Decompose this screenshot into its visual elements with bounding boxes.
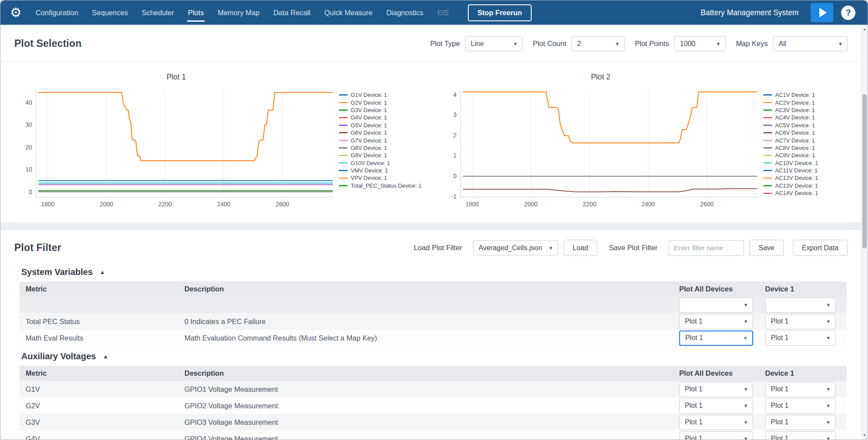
math-eval-results-device1-select[interactable]: Plot 1▼ <box>765 331 835 346</box>
chevron-down-icon: ▼ <box>513 41 518 46</box>
load-button[interactable]: Load <box>564 240 598 256</box>
g2v-all-devices-select[interactable]: Plot 1▼ <box>679 398 753 414</box>
plot-controls: Plot TypeLine▼Plot Count2▼Plot Points100… <box>430 36 848 51</box>
section-heading-system-variables[interactable]: System Variables▲ <box>21 267 868 277</box>
collapse-icon: ▲ <box>100 269 105 275</box>
legend-swatch <box>339 155 348 156</box>
g2v-all-devices-select-value: Plot 1 <box>685 402 703 410</box>
nav-item-sequences[interactable]: Sequences <box>85 0 135 25</box>
cell-device1: Plot 1▼ <box>765 398 847 414</box>
math-eval-results-all-devices-select[interactable]: Plot 1▼ <box>679 331 753 346</box>
g3v-device1-select[interactable]: Plot 1▼ <box>765 415 835 430</box>
legend-item-ac1v-device-1[interactable]: AC1V Device: 1 <box>763 91 856 99</box>
nav-item-memory-map[interactable]: Memory Map <box>211 0 266 25</box>
legend-item-ac7v-device-1[interactable]: AC7V Device: 1 <box>763 136 856 144</box>
legend-item-ac5v-device-1[interactable]: AC5V Device: 1 <box>763 122 856 129</box>
math-eval-results-all-devices-select-value: Plot 1 <box>685 334 703 342</box>
plot-count-select[interactable]: 2▼ <box>572 36 625 51</box>
filter-device1-select[interactable]: ▼ <box>765 298 835 313</box>
legend-item-g3v-device-1[interactable]: G3V Device: 1 <box>339 106 432 114</box>
column-header-metric: Metric <box>20 369 178 377</box>
legend-item-g10v-device-1[interactable]: G10V Device: 1 <box>339 159 432 167</box>
scroll-down-arrow[interactable]: ▼ <box>861 432 868 439</box>
legend-item-ac4v-device-1[interactable]: AC4V Device: 1 <box>763 114 856 121</box>
load-filter-select[interactable]: Averaged_Cells.json ▼ <box>473 240 558 255</box>
legend-item-ac2v-device-1[interactable]: AC2V Device: 1 <box>763 99 856 106</box>
x-tick-label: 2000 <box>524 201 538 208</box>
legend-label: AC4V Device: 1 <box>775 114 815 121</box>
g3v-all-devices-select[interactable]: Plot 1▼ <box>679 415 753 430</box>
play-button[interactable] <box>811 3 833 22</box>
nav-item-eis[interactable]: EIS <box>430 0 456 25</box>
nav-items: ConfigurationSequencesSchedulerPlotsMemo… <box>29 0 456 25</box>
vertical-scrollbar[interactable]: ▲ ▼ <box>861 25 868 440</box>
g4v-device1-select[interactable]: Plot 1▼ <box>765 431 835 440</box>
legend-item-g4v-device-1[interactable]: G4V Device: 1 <box>339 114 432 121</box>
map-keys-select[interactable]: All▼ <box>773 36 848 51</box>
legend-swatch <box>339 117 348 119</box>
scroll-up-arrow[interactable]: ▲ <box>861 26 868 33</box>
nav-item-plots[interactable]: Plots <box>181 0 211 25</box>
total-pec-status-device1-select[interactable]: Plot 1▼ <box>765 314 835 329</box>
top-nav: ⚙ ConfigurationSequencesSchedulerPlotsMe… <box>0 0 868 25</box>
legend-item-ac6v-device-1[interactable]: AC6V Device: 1 <box>763 129 856 136</box>
legend-label: G4V Device: 1 <box>351 114 387 121</box>
legend-item-ac11v-device-1[interactable]: AC11V Device: 1 <box>763 167 856 174</box>
stop-freerun-button[interactable]: Stop Freerun <box>468 4 532 21</box>
total-pec-status-all-devices-select[interactable]: Plot 1▼ <box>679 314 753 329</box>
g4v-all-devices-select-value: Plot 1 <box>685 435 703 440</box>
chart-title-2: Plot 2 <box>440 73 762 82</box>
g2v-device1-select[interactable]: Plot 1▼ <box>765 398 835 414</box>
legend-item-g9v-device-1[interactable]: G9V Device: 1 <box>339 152 432 159</box>
legend-swatch <box>339 102 348 103</box>
scrollbar-thumb[interactable] <box>862 94 867 248</box>
legend-item-g7v-device-1[interactable]: G7V Device: 1 <box>339 136 432 144</box>
legend-item-g8v-device-1[interactable]: G8V Device: 1 <box>339 144 432 152</box>
legend-item-g5v-device-1[interactable]: G5V Device: 1 <box>339 122 432 129</box>
legend-label: AC6V Device: 1 <box>775 129 815 136</box>
x-tick-label: 1800 <box>41 201 54 208</box>
legend-item-vmv-device-1[interactable]: VMV Device: 1 <box>339 167 432 174</box>
load-filter-select-value: Averaged_Cells.json <box>479 244 542 252</box>
nav-item-quick-measure[interactable]: Quick Measure <box>317 0 379 25</box>
legend-label: AC3V Device: 1 <box>775 107 815 113</box>
g4v-all-devices-select[interactable]: Plot 1▼ <box>679 431 753 440</box>
nav-item-diagnostics[interactable]: Diagnostics <box>379 0 430 25</box>
filter-all-devices-select-value <box>685 301 687 309</box>
gear-icon[interactable]: ⚙ <box>10 6 22 19</box>
legend-swatch <box>763 155 772 156</box>
legend-item-ac10v-device-1[interactable]: AC10V Device: 1 <box>763 159 856 167</box>
legend-item-ac8v-device-1[interactable]: AC8V Device: 1 <box>763 144 856 152</box>
g1v-all-devices-select[interactable]: Plot 1▼ <box>679 382 753 397</box>
plot-points-select[interactable]: 1000▼ <box>674 36 726 51</box>
nav-item-configuration[interactable]: Configuration <box>29 0 85 25</box>
filter-name-input[interactable] <box>668 240 744 256</box>
cell-all-devices: Plot 1▼ <box>679 415 765 430</box>
section-heading-auxiliary-voltages[interactable]: Auxiliary Voltages▲ <box>21 351 868 361</box>
filter-all-devices-select[interactable]: ▼ <box>679 298 753 313</box>
legend-item-g6v-device-1[interactable]: G6V Device: 1 <box>339 129 432 136</box>
legend-item-ac3v-device-1[interactable]: AC3V Device: 1 <box>763 106 856 114</box>
g1v-device1-select[interactable]: Plot 1▼ <box>765 382 835 397</box>
plot-type-select[interactable]: Line▼ <box>465 36 523 51</box>
legend-item-vpv-device-1[interactable]: VPV Device: 1 <box>339 174 432 182</box>
nav-item-scheduler[interactable]: Scheduler <box>135 0 181 25</box>
app-title: Battery Management System <box>700 8 799 17</box>
nav-item-data-recall[interactable]: Data Recall <box>266 0 317 25</box>
export-data-button[interactable]: Export Data <box>793 240 848 256</box>
chevron-down-icon: ▼ <box>838 41 843 46</box>
legend-item-ac14v-device-1[interactable]: AC14V Device: 1 <box>763 189 856 197</box>
legend-swatch <box>763 162 772 164</box>
cell-all-devices: Plot 1▼ <box>679 331 765 346</box>
column-header-plot-all-devices: Plot All Devices <box>679 369 765 377</box>
legend-item-total-pec-status-device-1[interactable]: Total_PEC_Status Device: 1 <box>339 182 432 189</box>
g3v-all-devices-select-value: Plot 1 <box>685 418 703 426</box>
help-icon[interactable]: ? <box>841 6 855 20</box>
save-button[interactable]: Save <box>750 240 783 256</box>
legend-item-ac12v-device-1[interactable]: AC12V Device: 1 <box>763 174 856 182</box>
legend-item-ac9v-device-1[interactable]: AC9V Device: 1 <box>763 152 856 159</box>
legend-item-ac13v-device-1[interactable]: AC13V Device: 1 <box>763 182 856 189</box>
legend-item-g2v-device-1[interactable]: G2V Device: 1 <box>339 99 432 106</box>
y-tick-label: 2 <box>453 132 457 139</box>
legend-item-g1v-device-1[interactable]: G1V Device: 1 <box>339 91 432 99</box>
